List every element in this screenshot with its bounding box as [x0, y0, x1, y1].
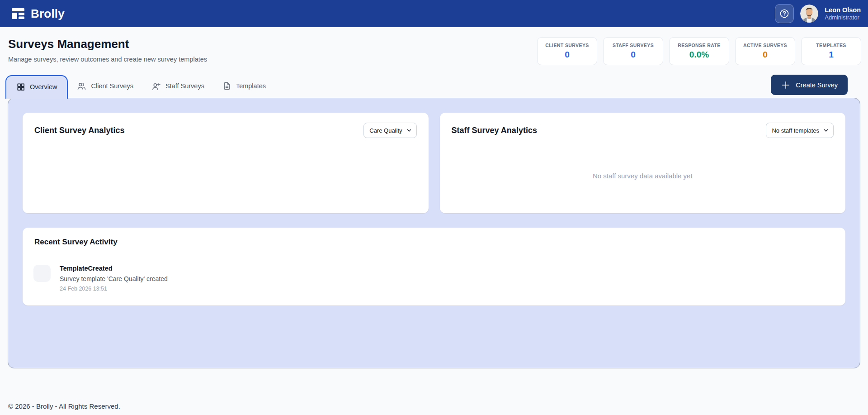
- client-analytics-chart-area: [23, 138, 429, 213]
- stat-label: CLIENT SURVEYS: [545, 43, 589, 48]
- create-survey-label: Create Survey: [796, 81, 838, 89]
- user-name: Leon Olson: [825, 6, 861, 14]
- footer: © 2026 - Brolly - All Rights Reserved.: [0, 402, 868, 415]
- tab-staff-surveys[interactable]: Staff Surveys: [142, 74, 213, 98]
- stat-value: 1: [829, 50, 834, 60]
- users-icon: [77, 81, 86, 91]
- client-analytics-card: Client Survey Analytics Care Quality: [23, 113, 429, 213]
- page-header: Surveys Management Manage surveys, revie…: [0, 27, 868, 65]
- tab-label: Staff Surveys: [165, 82, 204, 90]
- staff-analytics-title: Staff Survey Analytics: [452, 126, 537, 135]
- help-icon: [779, 8, 790, 19]
- create-survey-button[interactable]: Create Survey: [771, 75, 848, 95]
- tab-client-surveys[interactable]: Client Surveys: [68, 74, 142, 98]
- overview-panel: Client Survey Analytics Care Quality Sta…: [8, 98, 860, 368]
- document-icon: [222, 81, 231, 91]
- tab-templates[interactable]: Templates: [213, 74, 275, 98]
- stat-value: 0: [631, 50, 636, 60]
- stat-card-response-rate: RESPONSE RATE 0.0%: [669, 37, 729, 65]
- activity-list-item[interactable]: TemplateCreated Survey template 'Care Qu…: [23, 255, 845, 303]
- copyright-text: © 2026 - Brolly - All Rights Reserved.: [8, 402, 120, 410]
- recent-activity-card: Recent Survey Activity TemplateCreated S…: [23, 228, 845, 305]
- top-navbar: Brolly Leon Olson Administrator: [0, 0, 868, 27]
- tab-label: Templates: [236, 82, 266, 90]
- stat-label: RESPONSE RATE: [678, 43, 720, 48]
- user-avatar[interactable]: [800, 5, 818, 23]
- stat-value: 0.0%: [689, 50, 709, 60]
- page-subtitle: Manage surveys, review outcomes and crea…: [8, 56, 207, 63]
- stat-value: 0: [565, 50, 570, 60]
- tab-label: Overview: [30, 83, 57, 91]
- help-button[interactable]: [775, 4, 794, 23]
- user-plus-icon: [151, 81, 161, 91]
- activity-description: Survey template 'Care Quality' created: [60, 275, 168, 282]
- stat-card-client-surveys: CLIENT SURVEYS 0: [537, 37, 597, 65]
- stat-value: 0: [763, 50, 768, 60]
- page-title: Surveys Management: [8, 37, 207, 51]
- stat-label: STAFF SURVEYS: [613, 43, 654, 48]
- selected-template-label: No staff templates: [772, 127, 819, 134]
- activity-item-icon: [33, 265, 51, 282]
- stats-row: CLIENT SURVEYS 0 STAFF SURVEYS 0 RESPONS…: [537, 37, 861, 65]
- activity-timestamp: 24 Feb 2026 13:51: [60, 286, 168, 292]
- staff-analytics-card: Staff Survey Analytics No staff template…: [440, 113, 846, 213]
- client-analytics-title: Client Survey Analytics: [34, 126, 124, 135]
- user-role: Administrator: [825, 14, 861, 21]
- recent-activity-title: Recent Survey Activity: [34, 238, 118, 246]
- selected-template-label: Care Quality: [369, 127, 402, 134]
- tab-label: Client Surveys: [91, 82, 133, 90]
- stat-label: ACTIVE SURVEYS: [743, 43, 787, 48]
- chevron-down-icon: [406, 128, 412, 133]
- brand-name: Brolly: [31, 7, 65, 21]
- tabs-bar: Overview Client Surveys Staff Surveys Te…: [0, 74, 868, 98]
- stat-card-active-surveys: ACTIVE SURVEYS 0: [735, 37, 795, 65]
- stat-card-staff-surveys: STAFF SURVEYS 0: [603, 37, 663, 65]
- chevron-down-icon: [823, 128, 829, 133]
- empty-state-message: No staff survey data available yet: [593, 172, 693, 180]
- grid-icon: [16, 82, 25, 91]
- brand[interactable]: Brolly: [11, 6, 65, 21]
- staff-template-select[interactable]: No staff templates: [766, 123, 834, 138]
- plus-icon: [781, 80, 791, 90]
- tab-overview[interactable]: Overview: [5, 75, 68, 99]
- activity-event: TemplateCreated: [60, 265, 168, 272]
- stat-card-templates: TEMPLATES 1: [801, 37, 861, 65]
- stat-label: TEMPLATES: [816, 43, 846, 48]
- client-template-select[interactable]: Care Quality: [363, 123, 416, 138]
- staff-analytics-empty-state: No staff survey data available yet: [440, 138, 846, 213]
- brolly-logo-icon: [11, 6, 25, 21]
